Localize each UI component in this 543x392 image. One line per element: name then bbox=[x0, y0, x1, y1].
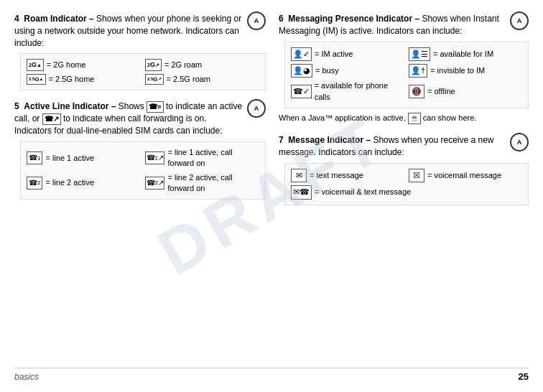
text-label: = text message bbox=[310, 170, 363, 181]
indicator-line2-fwd: ☎2↗ = line 2 active, call forward on bbox=[145, 172, 259, 195]
available-im-label: = available for IM bbox=[433, 49, 493, 60]
indicator-available-phone: ☎✓ = available for phone calls bbox=[291, 80, 404, 103]
footer-word: basics bbox=[14, 372, 39, 382]
25g-roam-label: = 2.5G roam bbox=[167, 74, 210, 85]
voicemail-text-label: = voicemail & text message bbox=[315, 187, 411, 197]
indicator-line2: ☎2 = line 2 active bbox=[27, 172, 141, 195]
section-5: A 5 Active Line Indicator – Shows ☎» to … bbox=[14, 101, 266, 200]
line1-fwd-icon: ☎1↗ bbox=[145, 151, 164, 164]
line2-label: = line 2 active bbox=[45, 177, 94, 188]
invisible-icon: 👤† bbox=[409, 64, 427, 78]
indicator-voicemail: ☒ = voicemail message bbox=[409, 168, 522, 183]
indicator-offline: 📵 = offline bbox=[409, 80, 522, 103]
section-6-icon: A bbox=[510, 11, 529, 30]
section-4-icon: A bbox=[247, 11, 266, 30]
indicator-line1-fwd: ☎1↗ = line 1 active, call forward on bbox=[145, 146, 259, 170]
voicemail-label: = voicemail message bbox=[427, 170, 501, 181]
indicator-2g-home: 2G▲ = 2G home bbox=[27, 58, 141, 72]
section-5-number: 5 bbox=[14, 101, 19, 111]
offline-icon: 📵 bbox=[409, 85, 424, 98]
section-6: A 6 Messaging Presence Indicator – Shows… bbox=[279, 13, 529, 124]
section-5-heading: Active Line Indicator – bbox=[24, 101, 116, 111]
section-7-title: A 7 Message Indicator – Shows when you r… bbox=[279, 134, 529, 159]
left-column: A 4 Roam Indicator – Shows when your pho… bbox=[14, 13, 273, 362]
section-5-indicators: ☎1 = line 1 active ☎1↗ = line 1 active, … bbox=[20, 141, 266, 200]
indicator-available-im: 👤☰ = available for IM bbox=[409, 47, 522, 62]
section-4-title: A 4 Roam Indicator – Shows when your pho… bbox=[14, 13, 266, 49]
footer: basics 25 bbox=[14, 368, 529, 382]
section-7-number: 7 bbox=[279, 135, 284, 145]
section-7-indicators: ✉ = text message ☒ = voicemail message ✉… bbox=[284, 163, 529, 205]
line2-icon: ☎2 bbox=[27, 177, 42, 190]
busy-label: = busy bbox=[315, 65, 339, 76]
2g-roam-label: = 2G roam bbox=[164, 60, 202, 70]
section-4-heading: Roam Indicator – bbox=[24, 14, 93, 24]
im-active-icon: 👤✓ bbox=[291, 47, 312, 61]
indicator-25g-roam: 2.5G↗ = 2.5G roam bbox=[145, 73, 259, 85]
2g-home-icon: 2G▲ bbox=[27, 59, 44, 71]
available-phone-icon: ☎✓ bbox=[291, 85, 312, 98]
im-active-label: = IM active bbox=[315, 49, 353, 60]
right-column: A 6 Messaging Presence Indicator – Shows… bbox=[273, 13, 529, 362]
busy-icon: 👤◕ bbox=[291, 64, 312, 78]
indicator-busy: 👤◕ = busy bbox=[291, 63, 404, 78]
section-4-indicators: 2G▲ = 2G home 2G↗ = 2G roam 2.5G▲ bbox=[20, 53, 266, 90]
section-6-title: A 6 Messaging Presence Indicator – Shows… bbox=[279, 13, 529, 37]
java-icon: ☕ bbox=[408, 113, 421, 124]
indicator-25g-home: 2.5G▲ = 2.5G home bbox=[27, 73, 141, 85]
section-7-icon: A bbox=[510, 133, 529, 151]
section-6-indicators: 👤✓ = IM active 👤☰ = available for IM 👤◕ … bbox=[284, 42, 529, 109]
page-container: DRAFT A 4 Roam Indicator – Shows when yo… bbox=[0, 0, 543, 392]
indicator-invisible: 👤† = invisible to IM bbox=[409, 63, 522, 78]
voicemail-text-icon: ✉☎ bbox=[291, 185, 312, 199]
section-5-forward-icon: ☎↗ bbox=[42, 113, 61, 125]
offline-label: = offline bbox=[427, 86, 455, 97]
section-7-heading: Message Indicator – bbox=[288, 135, 371, 145]
available-im-icon: 👤☰ bbox=[409, 47, 430, 61]
text-icon: ✉ bbox=[291, 169, 307, 182]
line2-fwd-label: = line 2 active, call forward on bbox=[167, 172, 259, 195]
indicator-line1: ☎1 = line 1 active bbox=[27, 146, 141, 170]
section-7: A 7 Message Indicator – Shows when you r… bbox=[279, 134, 529, 205]
indicator-im-active: 👤✓ = IM active bbox=[291, 47, 404, 62]
invisible-label: = invisible to IM bbox=[430, 65, 485, 76]
section-6-heading: Messaging Presence Indicator – bbox=[288, 14, 419, 24]
2g-home-label: = 2G home bbox=[47, 60, 86, 70]
java-note: When a Java™ application is active, ☕ ca… bbox=[279, 113, 529, 124]
line1-icon: ☎1 bbox=[27, 151, 42, 164]
footer-page: 25 bbox=[519, 371, 529, 382]
25g-home-icon: 2.5G▲ bbox=[27, 74, 46, 85]
line1-fwd-label: = line 1 active, call forward on bbox=[167, 147, 259, 169]
2g-roam-icon: 2G↗ bbox=[145, 59, 162, 71]
section-5-title: A 5 Active Line Indicator – Shows ☎» to … bbox=[14, 101, 266, 136]
voicemail-icon: ☒ bbox=[409, 169, 424, 182]
indicator-2g-roam: 2G↗ = 2G roam bbox=[145, 58, 259, 72]
section-4-number: 4 bbox=[14, 14, 19, 24]
content-area: A 4 Roam Indicator – Shows when your pho… bbox=[14, 13, 529, 362]
section-4: A 4 Roam Indicator – Shows when your pho… bbox=[14, 13, 266, 90]
section-5-icon: A bbox=[247, 99, 266, 118]
section-5-icon-inline: ☎» bbox=[147, 101, 164, 113]
line2-fwd-icon: ☎2↗ bbox=[145, 177, 164, 190]
available-phone-label: = available for phone calls bbox=[315, 80, 404, 103]
indicator-text: ✉ = text message bbox=[291, 168, 404, 183]
25g-roam-icon: 2.5G↗ bbox=[145, 74, 164, 85]
line1-label: = line 1 active bbox=[45, 153, 94, 164]
25g-home-label: = 2.5G home bbox=[49, 74, 95, 85]
indicator-voicemail-text: ✉☎ = voicemail & text message bbox=[291, 185, 522, 200]
section-6-number: 6 bbox=[279, 14, 284, 24]
